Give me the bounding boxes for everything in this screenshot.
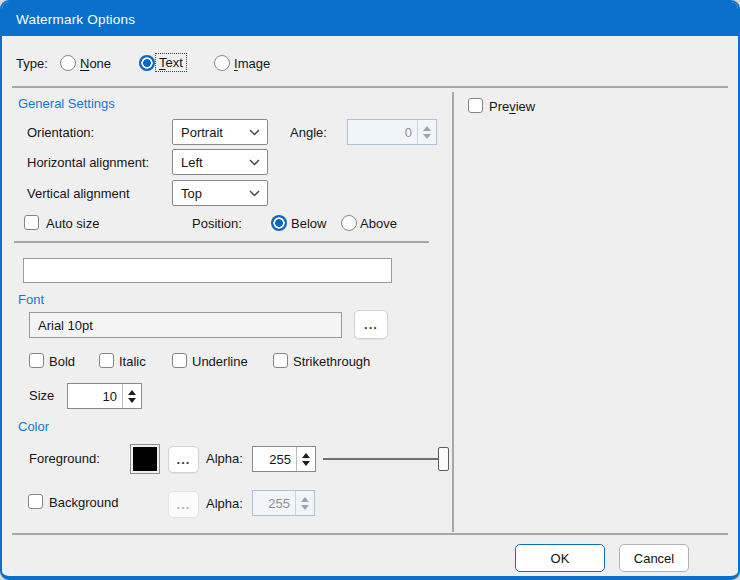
- type-radio-text[interactable]: [139, 55, 155, 71]
- titlebar: Watermark Options: [2, 2, 738, 36]
- foreground-browse-button[interactable]: ...: [168, 446, 199, 473]
- foreground-color-swatch[interactable]: [130, 444, 160, 474]
- background-label[interactable]: Background: [49, 495, 118, 510]
- spin-down-icon[interactable]: [128, 398, 136, 403]
- auto-size-checkbox[interactable]: [24, 215, 39, 230]
- bold-label[interactable]: Bold: [49, 354, 75, 369]
- background-checkbox[interactable]: [28, 494, 43, 509]
- dialog-content: Type: None Text Image General Settings O…: [2, 36, 738, 576]
- size-label: Size: [29, 388, 54, 403]
- spin-up-icon[interactable]: [302, 453, 310, 458]
- orientation-value: Portrait: [181, 125, 223, 140]
- foreground-alpha-slider-track[interactable]: [323, 458, 443, 460]
- spin-down-icon[interactable]: [302, 461, 310, 466]
- strikethrough-label[interactable]: Strikethrough: [293, 354, 370, 369]
- cancel-button[interactable]: Cancel: [619, 544, 689, 572]
- foreground-alpha-label: Alpha:: [206, 451, 243, 466]
- chevron-down-icon: [249, 129, 260, 136]
- spin-up-icon[interactable]: [128, 390, 136, 395]
- orientation-label: Orientation:: [27, 125, 94, 140]
- background-alpha-value: 255: [253, 491, 295, 515]
- angle-spinner: 0: [347, 119, 437, 145]
- font-value: Arial 10pt: [38, 318, 93, 333]
- type-radio-image-label[interactable]: Image: [234, 56, 270, 71]
- auto-size-label[interactable]: Auto size: [46, 216, 99, 231]
- vertical-alignment-value: Top: [181, 186, 202, 201]
- horizontal-alignment-select[interactable]: Left: [172, 149, 268, 175]
- horizontal-alignment-label: Horizontal alignment:: [27, 155, 149, 170]
- type-radio-image[interactable]: [214, 55, 230, 71]
- chevron-down-icon: [249, 190, 260, 197]
- preview-label[interactable]: Preview: [489, 99, 535, 114]
- preview-checkbox[interactable]: [468, 98, 483, 113]
- size-value: 10: [68, 384, 122, 408]
- general-separator: [14, 241, 429, 243]
- bold-checkbox[interactable]: [29, 353, 44, 368]
- position-label: Position:: [192, 216, 242, 231]
- foreground-alpha-slider-thumb[interactable]: [438, 447, 449, 471]
- italic-checkbox[interactable]: [99, 353, 114, 368]
- type-separator: [12, 86, 728, 88]
- position-radio-above-label[interactable]: Above: [360, 216, 397, 231]
- font-browse-button[interactable]: ...: [354, 310, 388, 339]
- font-browse-label: ...: [364, 317, 378, 332]
- background-browse-label: ...: [177, 497, 191, 512]
- font-heading: Font: [18, 292, 44, 307]
- type-radio-text-label: Text: [159, 55, 183, 70]
- foreground-label: Foreground:: [29, 451, 100, 466]
- foreground-alpha-spinner[interactable]: 255: [252, 446, 316, 472]
- orientation-select[interactable]: Portrait: [172, 119, 268, 145]
- foreground-alpha-value: 255: [253, 447, 296, 471]
- type-radio-none[interactable]: [60, 55, 76, 71]
- position-radio-below[interactable]: [271, 215, 287, 231]
- type-label: Type:: [16, 56, 48, 71]
- alpha-spin-buttons[interactable]: [296, 447, 315, 471]
- position-radio-below-label[interactable]: Below: [291, 216, 326, 231]
- ok-button-label: OK: [551, 551, 570, 566]
- size-spin-buttons[interactable]: [122, 384, 141, 408]
- general-settings-heading: General Settings: [18, 96, 115, 111]
- position-radio-above[interactable]: [341, 215, 357, 231]
- underline-label[interactable]: Underline: [192, 354, 248, 369]
- ok-button[interactable]: OK: [515, 544, 605, 572]
- background-alpha-label: Alpha:: [206, 496, 243, 511]
- background-browse-button: ...: [168, 491, 199, 518]
- column-divider: [452, 92, 454, 532]
- italic-label[interactable]: Italic: [119, 354, 146, 369]
- foreground-browse-label: ...: [177, 452, 191, 467]
- spin-up-icon: [301, 497, 309, 502]
- spin-up-icon: [423, 126, 431, 131]
- spin-down-icon: [301, 505, 309, 510]
- angle-value: 0: [348, 120, 417, 144]
- size-spinner[interactable]: 10: [67, 383, 142, 409]
- angle-spin-buttons: [417, 120, 436, 144]
- type-radio-text-focus[interactable]: Text: [155, 53, 187, 72]
- watermark-options-dialog: Watermark Options Type: None Text Image …: [0, 0, 740, 580]
- font-field: Arial 10pt: [29, 312, 342, 338]
- underline-checkbox[interactable]: [172, 353, 187, 368]
- strikethrough-checkbox[interactable]: [273, 353, 288, 368]
- horizontal-alignment-value: Left: [181, 155, 203, 170]
- alpha-spin-buttons: [295, 491, 314, 515]
- footer-separator: [12, 533, 728, 535]
- type-radio-none-label[interactable]: None: [80, 56, 111, 71]
- background-alpha-spinner: 255: [252, 490, 315, 516]
- vertical-alignment-label: Vertical alignment: [27, 186, 130, 201]
- cancel-button-label: Cancel: [634, 551, 674, 566]
- watermark-text-input[interactable]: [23, 258, 392, 283]
- spin-down-icon: [423, 134, 431, 139]
- angle-label: Angle:: [290, 125, 327, 140]
- color-heading: Color: [18, 419, 49, 434]
- vertical-alignment-select[interactable]: Top: [172, 180, 268, 206]
- dialog-title: Watermark Options: [2, 12, 135, 27]
- chevron-down-icon: [249, 159, 260, 166]
